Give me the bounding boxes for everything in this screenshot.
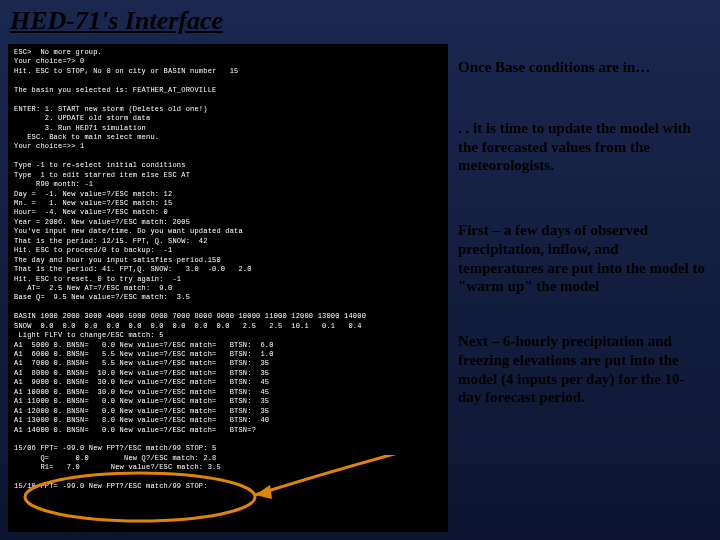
slide-title: HED-71's Interface (10, 6, 223, 36)
note-4: Next – 6-hourly precipitation and freezi… (458, 332, 706, 407)
note-3: First – a few days of observed precipita… (458, 221, 706, 296)
note-1: Once Base conditions are in… (458, 58, 706, 77)
notes-panel: Once Base conditions are in… . . it is t… (458, 44, 706, 532)
terminal-screenshot: ESC> No more group. Your choice=?> 0 Hit… (8, 44, 448, 532)
note-2: . . it is time to update the model with … (458, 119, 706, 175)
